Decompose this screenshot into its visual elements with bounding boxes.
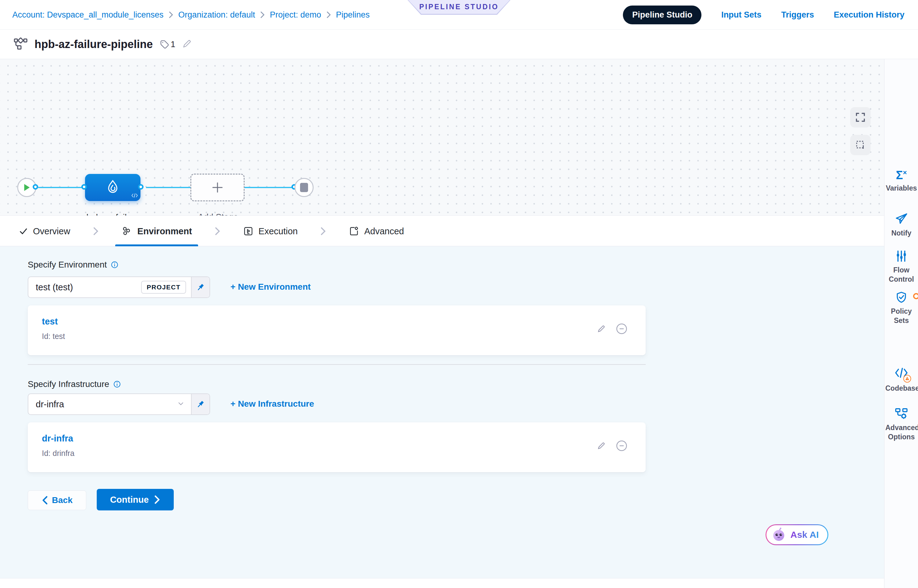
sidebar-item-flow-control[interactable]: Flow Control — [884, 249, 918, 284]
new-infrastructure-link[interactable]: + New Infrastructure — [230, 399, 314, 409]
code-icon — [131, 193, 138, 199]
environment-select-value: test (test) — [28, 282, 141, 292]
right-sidebar: Σ× Variables Notify Flow Control Policy … — [884, 59, 918, 588]
edit-pencil-icon[interactable] — [596, 324, 606, 334]
chevron-right-icon — [154, 495, 160, 504]
connector-dot[interactable] — [138, 184, 144, 190]
play-icon — [23, 184, 31, 192]
pipeline-studio-badge: PIPELINE STUDIO — [408, 0, 510, 15]
fullscreen-icon — [855, 112, 866, 123]
chevron-right-icon — [93, 226, 99, 236]
marquee-select-button[interactable] — [850, 135, 871, 155]
chevron-right-icon — [321, 226, 326, 236]
environment-card: test Id: test — [28, 305, 646, 355]
remove-minus-icon[interactable] — [615, 439, 628, 452]
chaos-flame-icon — [104, 179, 121, 196]
breadcrumb: Account: Devspace_all_module_licenses Or… — [12, 0, 370, 29]
specify-environment-label: Specify Environment — [28, 260, 118, 270]
marquee-selection-icon — [855, 140, 866, 150]
chevron-right-icon — [215, 226, 220, 236]
bottom-strip — [0, 578, 884, 588]
breadcrumb-organization[interactable]: Organization: default — [178, 10, 255, 20]
sidebar-item-advanced-options[interactable]: Advanced Options — [884, 406, 918, 441]
breadcrumb-project[interactable]: Project: demo — [270, 10, 321, 20]
sliders-icon — [895, 249, 908, 263]
infrastructure-name-link[interactable]: dr-infra — [42, 433, 73, 444]
ai-robot-icon — [771, 527, 787, 543]
chevron-right-icon — [326, 11, 331, 18]
breadcrumb-pipelines[interactable]: Pipelines — [336, 10, 370, 20]
tab-execution[interactable]: Execution — [241, 216, 300, 247]
infrastructure-select-value: dr-infra — [28, 399, 177, 409]
tab-environment[interactable]: Environment — [120, 216, 194, 247]
continue-button[interactable]: Continue — [97, 489, 174, 510]
chevron-right-icon — [168, 11, 173, 18]
ask-ai-label: Ask AI — [790, 530, 819, 540]
pipeline-name: hpb-az-failure-pipeline — [34, 38, 153, 51]
tab-input-sets[interactable]: Input Sets — [721, 10, 761, 20]
shield-check-icon — [895, 291, 908, 304]
chevron-right-icon — [260, 11, 265, 18]
remove-minus-icon[interactable] — [615, 323, 628, 335]
stage-section-tabs: Overview Environment Execution — [0, 215, 884, 246]
policy-notification-dot — [913, 293, 918, 299]
tag-icon — [160, 39, 170, 49]
chevron-down-icon — [177, 400, 185, 409]
pipeline-end-node[interactable] — [295, 178, 314, 197]
sidebar-item-notify[interactable]: Notify — [884, 212, 918, 237]
sidebar-item-variables[interactable]: Σ× Variables — [884, 169, 918, 193]
infrastructure-id: Id: drinfra — [42, 449, 74, 458]
pipeline-edge — [244, 187, 295, 188]
plus-icon — [211, 181, 223, 194]
stage-node-hpb-az-failure[interactable] — [85, 174, 141, 201]
environment-name-link[interactable]: test — [42, 317, 58, 326]
new-environment-link[interactable]: + New Environment — [230, 282, 311, 292]
pipeline-edge — [38, 187, 86, 188]
infrastructure-select[interactable]: dr-infra — [28, 393, 210, 415]
environment-id: Id: test — [42, 332, 65, 341]
chevron-left-icon — [42, 496, 49, 505]
warning-badge-icon — [903, 374, 912, 383]
top-header: Account: Devspace_all_module_licenses Or… — [0, 0, 918, 29]
ask-ai-button[interactable]: Ask AI — [766, 524, 828, 545]
pipeline-studio-app: Account: Devspace_all_module_licenses Or… — [0, 0, 918, 588]
pin-icon — [196, 283, 205, 292]
add-stage-button[interactable] — [190, 174, 244, 201]
flowchart-gear-icon — [894, 406, 908, 420]
sidebar-item-codebase[interactable]: Codebase — [884, 366, 918, 393]
tab-pipeline-studio[interactable]: Pipeline Studio — [623, 6, 701, 24]
environment-hexagons-icon — [121, 226, 133, 237]
edit-pencil-icon[interactable] — [596, 441, 606, 451]
scope-badge: PROJECT — [141, 281, 186, 294]
edit-pencil-icon[interactable] — [182, 39, 192, 50]
pipeline-graph-icon — [13, 37, 28, 52]
back-button[interactable]: Back — [28, 490, 86, 510]
tab-triggers[interactable]: Triggers — [781, 10, 814, 20]
tab-execution-history[interactable]: Execution History — [834, 10, 905, 20]
pin-infrastructure-button[interactable] — [191, 394, 209, 414]
paper-plane-icon — [894, 212, 908, 226]
info-icon[interactable] — [113, 380, 121, 388]
connector-dot[interactable] — [81, 184, 87, 190]
pipeline-canvas[interactable]: hpb-az-failure Add Stage — [0, 59, 884, 215]
info-icon[interactable] — [110, 261, 118, 269]
tab-overview[interactable]: Overview — [17, 216, 72, 247]
fullscreen-button[interactable] — [850, 107, 871, 128]
connector-dot[interactable] — [32, 184, 38, 190]
specify-infrastructure-label: Specify Infrastructure — [28, 379, 121, 389]
environment-select[interactable]: test (test) PROJECT — [28, 276, 210, 298]
pin-icon — [196, 400, 205, 409]
environment-tab-content: Specify Environment test (test) PROJECT … — [0, 246, 884, 578]
tags-indicator[interactable]: 1 — [160, 39, 175, 49]
infrastructure-card: dr-infra Id: drinfra — [28, 422, 646, 472]
top-navigation: Pipeline Studio Input Sets Triggers Exec… — [623, 0, 905, 29]
pin-environment-button[interactable] — [191, 277, 209, 297]
tab-advanced[interactable]: Advanced — [347, 216, 406, 247]
execution-icon — [243, 226, 254, 236]
pipeline-studio-badge-label: PIPELINE STUDIO — [408, 0, 510, 14]
tags-count: 1 — [171, 40, 175, 49]
variables-sigma-icon: Σ× — [896, 169, 907, 181]
advanced-settings-icon — [349, 226, 359, 236]
check-icon — [19, 226, 28, 236]
breadcrumb-account[interactable]: Account: Devspace_all_module_licenses — [12, 10, 164, 20]
